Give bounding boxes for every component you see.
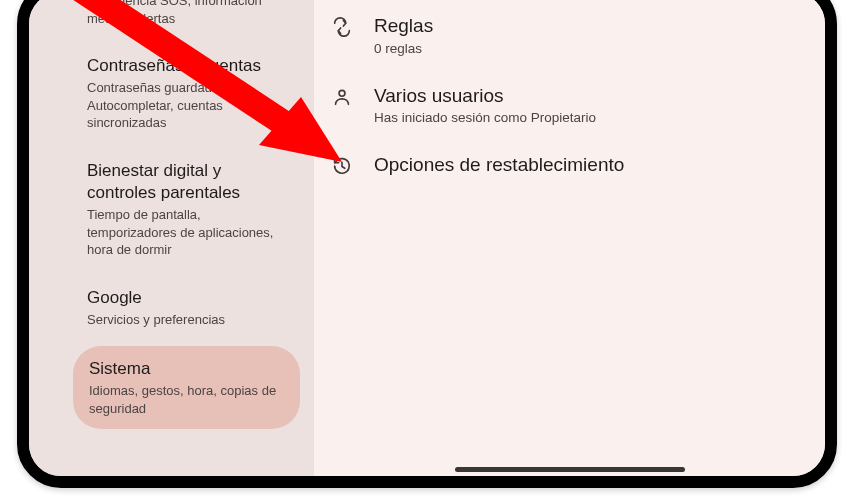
person-icon: [330, 84, 354, 108]
main-item-title: Varios usuarios: [374, 84, 805, 109]
main-item-sub: 0 reglas: [374, 41, 805, 56]
sidebar-item-sub: Tiempo de pantalla, temporizadores de ap…: [87, 206, 290, 259]
main-item-rules[interactable]: Reglas 0 reglas: [314, 0, 825, 70]
svg-point-0: [339, 90, 345, 96]
sidebar-item-wellbeing[interactable]: Bienestar digital y controles parentales…: [29, 146, 314, 273]
main-item-users[interactable]: Varios usuarios Has iniciado sesión como…: [314, 70, 825, 140]
sidebar-item-google[interactable]: Google Servicios y preferencias: [29, 273, 314, 343]
sidebar-item-title: Google: [87, 287, 290, 309]
sidebar-item-safety[interactable]: Emergencia SOS, información médica, aler…: [29, 0, 314, 41]
sidebar-item-title: Sistema: [89, 358, 282, 380]
sidebar-item-title: Bienestar digital y controles parentales: [87, 160, 290, 204]
sidebar-item-sub: Idiomas, gestos, hora, copias de segurid…: [89, 382, 282, 417]
tablet-frame: Emergencia SOS, información médica, aler…: [17, 0, 837, 488]
screen: Emergencia SOS, información médica, aler…: [29, 0, 825, 476]
gesture-nav-handle[interactable]: [455, 467, 685, 472]
settings-main: Reglas 0 reglas Varios usuarios Has inic…: [314, 0, 825, 476]
restore-icon: [330, 153, 354, 177]
main-item-texts: Reglas 0 reglas: [374, 14, 805, 56]
sidebar-item-sub: Emergencia SOS, información médica, aler…: [87, 0, 290, 27]
sidebar-item-sub: Contraseñas guardadas, Autocompletar, cu…: [87, 79, 290, 132]
main-item-texts: Varios usuarios Has iniciado sesión como…: [374, 84, 805, 126]
sidebar-item-system[interactable]: Sistema Idiomas, gestos, hora, copias de…: [73, 346, 300, 429]
main-item-title: Reglas: [374, 14, 805, 39]
main-item-sub: Has iniciado sesión como Propietario: [374, 110, 805, 125]
main-item-texts: Opciones de restablecimiento: [374, 153, 805, 178]
main-item-reset-options[interactable]: Opciones de restablecimiento: [314, 139, 825, 192]
settings-sidebar: Emergencia SOS, información médica, aler…: [29, 0, 314, 476]
main-item-title: Opciones de restablecimiento: [374, 153, 805, 178]
rules-icon: [330, 14, 354, 38]
sidebar-item-title: Contraseñas y cuentas: [87, 55, 290, 77]
sidebar-item-passwords[interactable]: Contraseñas y cuentas Contraseñas guarda…: [29, 41, 314, 146]
sidebar-item-sub: Servicios y preferencias: [87, 311, 290, 329]
